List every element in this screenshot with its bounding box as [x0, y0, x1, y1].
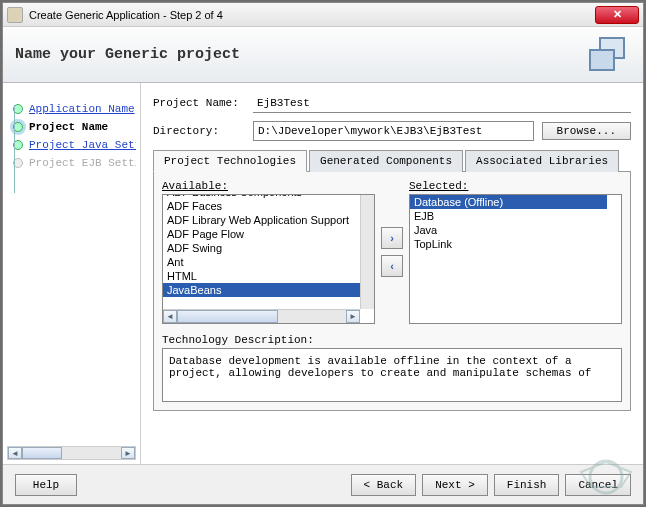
body: Application NameProject NameProject Java…	[3, 83, 643, 464]
description-text: Database development is available offlin…	[162, 348, 622, 402]
list-item[interactable]: HTML	[163, 269, 360, 283]
page-title: Name your Generic project	[15, 46, 240, 63]
project-name-input[interactable]	[253, 93, 631, 113]
list-item[interactable]: Java	[410, 223, 607, 237]
tab-0[interactable]: Project Technologies	[153, 150, 307, 172]
scroll-left-icon[interactable]: ◄	[8, 447, 22, 459]
scroll-right-icon[interactable]: ►	[121, 447, 135, 459]
app-icon	[7, 7, 23, 23]
chevron-right-icon: ›	[390, 232, 394, 244]
window-title: Create Generic Application - Step 2 of 4	[29, 9, 595, 21]
list-item[interactable]: EJB	[410, 209, 607, 223]
list-item[interactable]: Ant	[163, 255, 360, 269]
list-item[interactable]: TopLink	[410, 237, 607, 251]
tab-1[interactable]: Generated Components	[309, 150, 463, 172]
titlebar: Create Generic Application - Step 2 of 4…	[3, 3, 643, 27]
wizard-step-2[interactable]: Project Java Setting	[7, 139, 136, 151]
close-icon: ✕	[613, 8, 622, 20]
shuttle-buttons: › ‹	[381, 180, 403, 324]
move-right-button[interactable]: ›	[381, 227, 403, 249]
back-button[interactable]: < Back	[351, 474, 417, 496]
footer: Help < Back Next > Finish Cancel	[3, 464, 643, 504]
available-list[interactable]: ADF Business ComponentsADF FacesADF Libr…	[162, 194, 375, 324]
step-label: Application Name	[29, 103, 135, 115]
close-button[interactable]: ✕	[595, 6, 639, 24]
step-connector	[14, 105, 15, 193]
banner-icon	[589, 37, 629, 73]
selected-label: Selected:	[409, 180, 622, 192]
scroll-thumb[interactable]	[22, 447, 62, 459]
available-vscroll[interactable]	[360, 195, 374, 309]
list-item[interactable]: ADF Faces	[163, 199, 360, 213]
tab-bar: Project TechnologiesGenerated Components…	[153, 149, 631, 172]
directory-label: Directory:	[153, 125, 253, 137]
move-left-button[interactable]: ‹	[381, 255, 403, 277]
sidebar-scrollbar[interactable]: ◄ ►	[7, 446, 136, 460]
wizard-steps: Application NameProject NameProject Java…	[3, 83, 141, 464]
list-item[interactable]: ADF Library Web Application Support	[163, 213, 360, 227]
tab-project-technologies: Available: ADF Business ComponentsADF Fa…	[153, 172, 631, 411]
wizard-step-3: Project EJB Setting	[7, 157, 136, 169]
browse-button[interactable]: Browse...	[542, 122, 631, 140]
chevron-left-icon: ‹	[390, 260, 394, 272]
banner: Name your Generic project	[3, 27, 643, 83]
list-item[interactable]: ADF Page Flow	[163, 227, 360, 241]
finish-button[interactable]: Finish	[494, 474, 560, 496]
main-panel: Project Name: Directory: Browse... Proje…	[141, 83, 643, 464]
help-button[interactable]: Help	[15, 474, 77, 496]
wizard-step-1[interactable]: Project Name	[7, 121, 136, 133]
directory-input[interactable]	[253, 121, 534, 141]
cancel-button[interactable]: Cancel	[565, 474, 631, 496]
list-item[interactable]: JavaBeans	[163, 283, 360, 297]
list-item[interactable]: Database (Offline)	[410, 195, 607, 209]
description-label: Technology Description:	[162, 334, 622, 346]
step-label: Project EJB Setting	[29, 157, 136, 169]
next-button[interactable]: Next >	[422, 474, 488, 496]
tab-2[interactable]: Associated Libraries	[465, 150, 619, 172]
project-name-label: Project Name:	[153, 97, 253, 109]
selected-list[interactable]: Database (Offline)EJBJavaTopLink	[409, 194, 622, 324]
wizard-step-0[interactable]: Application Name	[7, 103, 136, 115]
step-label: Project Java Setting	[29, 139, 136, 151]
available-label: Available:	[162, 180, 375, 192]
available-hscroll[interactable]: ◄►	[163, 309, 360, 323]
list-item[interactable]: ADF Swing	[163, 241, 360, 255]
step-label: Project Name	[29, 121, 108, 133]
dialog-window: Create Generic Application - Step 2 of 4…	[2, 2, 644, 505]
